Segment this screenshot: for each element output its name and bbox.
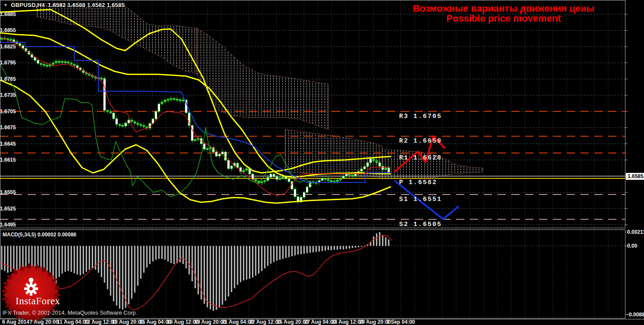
- macd-bar: [340, 246, 341, 249]
- candle-body: [219, 154, 221, 156]
- price-axis-label: 1.6825: [0, 44, 16, 50]
- candle-body: [246, 169, 248, 170]
- candle-body: [367, 162, 369, 166]
- macd-bar: [385, 237, 387, 246]
- annotation-line-en: Possible price movement: [413, 13, 594, 23]
- macd-bar: [376, 233, 378, 246]
- macd-bar: [358, 246, 359, 247]
- macd-bar: [301, 246, 302, 254]
- chart-title-bar: ▼ GBPUSD,H4 1.6582 1.6588 1.6582 1.6585: [3, 2, 125, 8]
- macd-bar: [282, 246, 284, 259]
- macd-bar: [183, 246, 184, 264]
- macd-bar: [334, 246, 335, 250]
- macd-bar: [177, 246, 178, 263]
- candle-body: [339, 178, 342, 180]
- candle-body: [131, 120, 133, 122]
- candle-body: [176, 99, 178, 100]
- macd-bar: [10, 246, 12, 272]
- macd-bar: [322, 246, 323, 251]
- candle-body: [113, 113, 115, 119]
- candle-body: [46, 65, 48, 67]
- candle-body: [388, 168, 390, 172]
- candle-body: [273, 174, 275, 177]
- time-axis-label: 22 Aug 12:00: [249, 319, 281, 325]
- candle-body: [158, 104, 160, 111]
- time-axis-label: 27 Aug 04:00: [304, 319, 336, 325]
- macd-bar: [4, 246, 6, 271]
- candle-body: [70, 63, 73, 64]
- candle-body: [382, 166, 384, 170]
- macd-bar: [180, 246, 181, 262]
- macd-bar: [134, 246, 136, 293]
- candle-body: [155, 112, 157, 119]
- price-axis-label: 1.6615: [0, 157, 16, 163]
- candle-body: [67, 62, 70, 63]
- candle-body: [379, 162, 381, 166]
- chevron-down-icon[interactable]: ▼: [3, 3, 8, 7]
- macd-bar: [346, 246, 347, 249]
- macd-bar: [276, 246, 278, 261]
- candle-body: [349, 174, 351, 175]
- macd-bar: [307, 246, 308, 253]
- macd-bar: [258, 246, 260, 274]
- candle-body: [43, 64, 45, 66]
- macd-bar: [13, 246, 15, 270]
- macd-bar: [319, 246, 320, 252]
- analyst-annotation: Возможные варианты движения цены Possibl…: [413, 3, 594, 23]
- price-axis-label: 1.6735: [0, 92, 16, 98]
- macd-bar: [149, 246, 151, 264]
- macd-bar: [240, 246, 241, 282]
- price-axis-label: 1.6855: [0, 27, 16, 33]
- price-axis-label: 1.6765: [0, 76, 16, 82]
- candle-body: [37, 61, 39, 64]
- macd-bar: [343, 246, 344, 249]
- candle-body: [125, 123, 127, 126]
- macd-bar: [116, 246, 117, 306]
- chart-canvas[interactable]: [0, 0, 644, 325]
- macd-bar: [382, 235, 384, 246]
- price-axis-label: 1.6555: [0, 189, 16, 195]
- macd-bar: [71, 246, 72, 272]
- candle-body: [288, 179, 290, 182]
- candle-body: [216, 152, 218, 156]
- candle-body: [116, 119, 118, 124]
- pivot-label-r3: R3 1.6705: [399, 113, 442, 120]
- candle-body: [1, 38, 3, 39]
- candle-body: [267, 177, 269, 180]
- macd-bar: [59, 246, 60, 277]
- macd-bar: [310, 246, 311, 253]
- macd-bar: [62, 246, 63, 274]
- candle-body: [137, 123, 139, 124]
- price-axis-label: 1.6705: [0, 108, 16, 115]
- macd-bar: [68, 246, 69, 271]
- macd-indicator-label: MACD(5,34,5) 0.00002 0.00086: [3, 232, 76, 238]
- candle-body: [128, 120, 130, 123]
- candle-body: [336, 180, 339, 182]
- macd-axis-label: 0.00: [627, 243, 637, 249]
- candle-body: [261, 182, 263, 183]
- time-axis-label: 6 Aug 2014: [2, 319, 29, 325]
- macd-bar: [186, 246, 187, 268]
- macd-bar: [165, 246, 166, 260]
- trading-chart-window: ▼ GBPUSD,H4 1.6582 1.6588 1.6582 1.6585 …: [0, 0, 644, 325]
- time-axis-label: 2 Sep 04:00: [387, 319, 415, 325]
- pivot-label-p: P 1.6582: [399, 179, 437, 186]
- macd-bar: [189, 246, 190, 274]
- macd-bar: [77, 246, 78, 274]
- macd-bar: [104, 246, 105, 283]
- macd-bar: [337, 246, 338, 250]
- symbol-title: GBPUSD,H4: [11, 2, 45, 8]
- time-axis-label: 21 Aug 04:00: [222, 319, 254, 325]
- candle-body: [276, 177, 278, 179]
- macd-bar: [56, 246, 57, 283]
- candle-body: [188, 113, 190, 125]
- candle-body: [255, 179, 257, 181]
- macd-bar: [352, 246, 353, 248]
- macd-bar: [234, 246, 235, 288]
- macd-bar: [237, 246, 238, 285]
- macd-bar: [140, 246, 142, 279]
- candle-body: [376, 161, 378, 162]
- candle-body: [243, 170, 245, 172]
- macd-bar: [137, 246, 139, 286]
- macd-axis-label: -0.00887: [627, 312, 644, 318]
